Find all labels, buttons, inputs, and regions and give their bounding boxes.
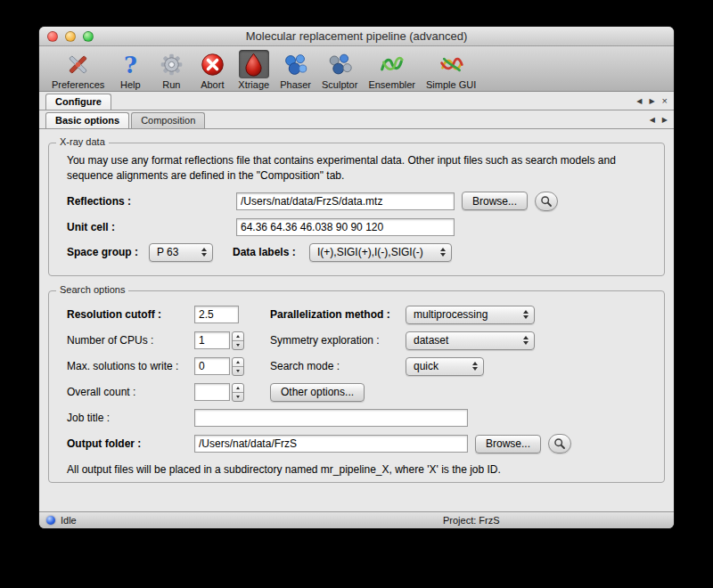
tab-close-icon[interactable]: × <box>662 95 668 106</box>
reflections-label: Reflections : <box>67 195 236 208</box>
toolbar-item-help[interactable]: ? Help <box>111 48 149 90</box>
symmetry-label: Symmetry exploration : <box>270 334 406 347</box>
magnifier-icon <box>540 195 553 208</box>
tab-next-icon[interactable]: ▶ <box>649 97 654 105</box>
space-group-select[interactable]: P 63 <box>149 243 213 262</box>
tab-basic-options[interactable]: Basic options <box>45 112 129 128</box>
reflections-search-button[interactable] <box>535 192 558 211</box>
toolbar-label: Simple GUI <box>426 79 476 90</box>
toolbar-label: Help <box>120 79 141 90</box>
sculptor-icon <box>324 50 355 78</box>
toolbar-item-abort[interactable]: Abort <box>193 48 231 90</box>
xray-description: You may use any format reflections file … <box>67 153 648 184</box>
ensembler-icon <box>377 50 407 78</box>
search-group-title: Search options <box>56 284 128 295</box>
output-folder-browse-button[interactable]: Browse... <box>475 435 541 453</box>
combo-arrows-icon <box>516 310 529 319</box>
help-icon: ? <box>115 50 145 78</box>
parallelization-select[interactable]: multiprocessing <box>406 306 535 324</box>
app-window: Molecular replacement pipeline (advanced… <box>39 27 674 528</box>
tab-composition[interactable]: Composition <box>131 112 205 128</box>
cpus-row: Number of CPUs : Symmetry exploration : … <box>67 331 664 351</box>
status-bar: Idle Project: FrzS <box>39 511 674 528</box>
project-label: Project: FrzS <box>443 515 500 526</box>
reflections-input[interactable] <box>236 192 455 210</box>
job-title-row: Job title : <box>67 408 664 429</box>
subtab-next-icon[interactable]: ▶ <box>662 116 668 124</box>
main-tab-bar: Configure ◀ ▶ × <box>39 92 674 110</box>
other-options-button[interactable]: Other options... <box>270 383 365 402</box>
toolbar-item-run[interactable]: Run <box>152 48 190 90</box>
subtab-prev-icon[interactable]: ◀ <box>650 116 655 124</box>
job-title-input[interactable] <box>194 409 468 427</box>
parallelization-label: Parallelization method : <box>270 308 406 321</box>
cpus-stepper[interactable] <box>232 331 244 350</box>
abort-icon <box>197 50 227 78</box>
unit-cell-row: Unit cell : <box>67 218 664 236</box>
xray-data-group: X-ray data You may use any format reflec… <box>48 143 665 276</box>
combo-arrows-icon <box>465 362 478 371</box>
status-text: Idle <box>61 515 77 526</box>
data-labels-label: Data labels : <box>233 246 309 258</box>
combo-arrows-icon <box>194 248 207 257</box>
simple-gui-icon <box>436 50 466 78</box>
toolbar-item-phaser[interactable]: Phaser <box>276 48 315 90</box>
run-icon <box>156 50 186 78</box>
data-labels-select[interactable]: I(+),SIGI(+),I(-),SIGI(-) <box>309 243 452 262</box>
sub-tab-bar: Basic options Composition ◀ ▶ <box>39 110 674 129</box>
toolbar-label: Preferences <box>52 79 104 90</box>
basic-options-panel: X-ray data You may use any format reflec… <box>39 129 674 511</box>
title-bar[interactable]: Molecular replacement pipeline (advanced… <box>39 27 674 46</box>
combo-arrows-icon <box>433 248 446 257</box>
reflections-row: Reflections : Browse... <box>67 192 664 211</box>
overall-count-row: Overall count : Other options... <box>67 382 664 403</box>
toolbar-label: Ensembler <box>368 79 415 90</box>
resolution-cutoff-input[interactable] <box>194 306 239 323</box>
search-mode-select[interactable]: quick <box>406 357 484 376</box>
magnifier-icon <box>553 437 566 450</box>
output-folder-label: Output folder : <box>67 437 194 450</box>
space-group-label: Space group : <box>67 246 149 258</box>
max-solutions-label: Max. solutions to write : <box>67 360 194 372</box>
toolbar-label: Sculptor <box>322 79 357 90</box>
unit-cell-input[interactable] <box>236 218 455 236</box>
cpus-input[interactable] <box>194 331 230 349</box>
output-note: All output files will be placed in a sub… <box>67 463 664 476</box>
toolbar-item-preferences[interactable]: Preferences <box>48 48 108 90</box>
max-solutions-input[interactable] <box>194 357 230 375</box>
phaser-icon <box>281 50 311 78</box>
space-group-row: Space group : P 63 Data labels : I(+),SI… <box>67 243 664 262</box>
max-solutions-row: Max. solutions to write : Search mode : … <box>67 356 664 377</box>
overall-count-label: Overall count : <box>67 386 194 398</box>
unit-cell-label: Unit cell : <box>67 221 236 233</box>
sub-tab-nav: ◀ ▶ <box>650 110 668 128</box>
output-folder-input[interactable] <box>194 435 468 453</box>
xray-group-title: X-ray data <box>56 136 109 147</box>
search-mode-label: Search mode : <box>270 360 406 372</box>
resolution-cutoff-label: Resolution cutoff : <box>67 308 194 321</box>
toolbar-item-sculptor[interactable]: Sculptor <box>318 48 361 90</box>
toolbar-item-ensembler[interactable]: Ensembler <box>365 48 419 90</box>
overall-count-stepper[interactable] <box>232 383 244 402</box>
svg-text:?: ? <box>124 52 137 78</box>
overall-count-input[interactable] <box>194 383 230 401</box>
toolbar-item-xtriage[interactable]: Xtriage <box>234 48 273 90</box>
tab-configure[interactable]: Configure <box>45 94 111 110</box>
resolution-row: Resolution cutoff : Parallelization meth… <box>67 305 664 325</box>
toolbar-label: Abort <box>201 79 224 90</box>
toolbar-label: Xtriage <box>238 79 269 90</box>
output-folder-search-button[interactable] <box>548 434 571 453</box>
xtriage-icon <box>239 50 269 78</box>
combo-arrows-icon <box>516 336 529 345</box>
toolbar-label: Phaser <box>280 79 311 90</box>
tab-prev-icon[interactable]: ◀ <box>636 97 642 105</box>
window-title: Molecular replacement pipeline (advanced… <box>39 27 674 45</box>
output-folder-row: Output folder : Browse... <box>67 434 664 454</box>
search-options-group: Search options Resolution cutoff : Paral… <box>48 290 665 483</box>
max-solutions-stepper[interactable] <box>232 357 244 376</box>
symmetry-select[interactable]: dataset <box>406 331 535 350</box>
toolbar-item-simple-gui[interactable]: Simple GUI <box>422 48 479 90</box>
main-tab-nav: ◀ ▶ × <box>636 92 668 110</box>
toolbar: Preferences ? Help <box>39 46 674 92</box>
reflections-browse-button[interactable]: Browse... <box>462 192 528 210</box>
